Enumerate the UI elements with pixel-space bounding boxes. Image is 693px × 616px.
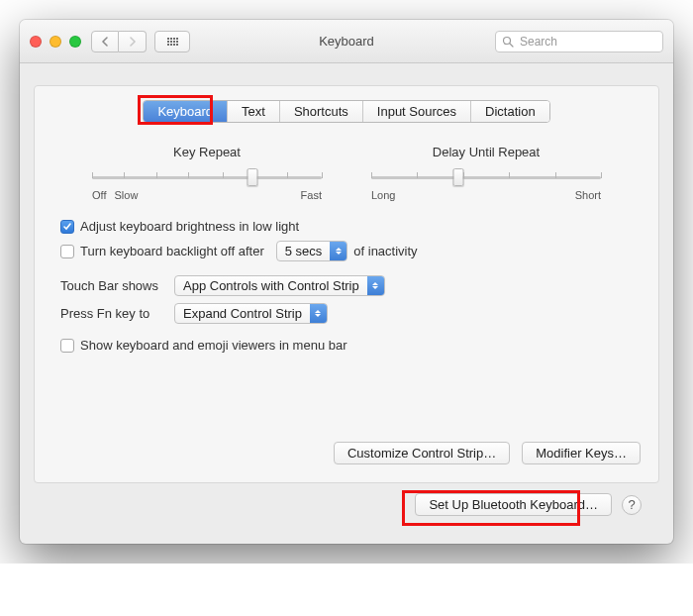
svg-line-1 xyxy=(510,44,513,47)
content-area: Keyboard Text Shortcuts Input Sources Di… xyxy=(20,63,673,544)
titlebar: Keyboard xyxy=(20,20,673,63)
back-button[interactable] xyxy=(91,31,119,52)
minimize-window-button[interactable] xyxy=(50,36,61,48)
bluetooth-keyboard-button[interactable]: Set Up Bluetooth Keyboard… xyxy=(415,493,612,516)
footer-row: Set Up Bluetooth Keyboard… ? xyxy=(34,483,659,530)
show-viewers-row: Show keyboard and emoji viewers in menu … xyxy=(60,338,633,353)
key-repeat-group: Key Repeat Off Slow Fas xyxy=(92,145,322,201)
tab-keyboard[interactable]: Keyboard xyxy=(144,101,228,122)
sliders-row: Key Repeat Off Slow Fas xyxy=(52,145,641,219)
auto-brightness-checkbox[interactable] xyxy=(60,220,74,234)
check-icon xyxy=(62,222,72,232)
touch-bar-label: Touch Bar shows xyxy=(60,278,164,293)
backlight-off-row: Turn keyboard backlight off after 5 secs… xyxy=(60,241,633,261)
search-input[interactable] xyxy=(518,34,656,50)
forward-button[interactable] xyxy=(119,31,147,52)
fn-key-label: Press Fn key to xyxy=(60,306,164,321)
backlight-off-select[interactable]: 5 secs xyxy=(276,241,348,261)
tab-bar: Keyboard Text Shortcuts Input Sources Di… xyxy=(52,100,641,123)
backlight-off-value: 5 secs xyxy=(285,244,323,258)
show-all-button[interactable] xyxy=(154,31,190,52)
touch-bar-value: App Controls with Control Strip xyxy=(183,278,359,293)
delay-long-label: Long xyxy=(371,189,395,201)
fn-key-value: Expand Control Strip xyxy=(183,306,302,321)
fn-key-row: Press Fn key to Expand Control Strip xyxy=(60,303,633,324)
auto-brightness-label: Adjust keyboard brightness in low light xyxy=(80,219,299,234)
touch-bar-row: Touch Bar shows App Controls with Contro… xyxy=(60,275,633,296)
auto-brightness-row: Adjust keyboard brightness in low light xyxy=(60,219,633,234)
touch-bar-select[interactable]: App Controls with Control Strip xyxy=(174,275,385,296)
settings-panel: Keyboard Text Shortcuts Input Sources Di… xyxy=(34,85,659,483)
modifier-keys-button[interactable]: Modifier Keys… xyxy=(522,442,641,464)
backlight-off-checkbox[interactable] xyxy=(60,245,74,258)
tab-dictation[interactable]: Dictation xyxy=(471,101,549,122)
customize-control-strip-button[interactable]: Customize Control Strip… xyxy=(334,442,510,464)
nav-buttons xyxy=(91,31,147,52)
search-icon xyxy=(502,36,514,48)
show-viewers-label: Show keyboard and emoji viewers in menu … xyxy=(80,338,347,353)
stepper-icon xyxy=(367,276,384,295)
preferences-window: Keyboard Keyboard Text Shortcuts Input S… xyxy=(20,20,673,544)
grid-icon xyxy=(167,38,178,46)
key-repeat-slow-label: Slow xyxy=(114,189,138,201)
help-button[interactable]: ? xyxy=(622,495,642,515)
delay-short-label: Short xyxy=(575,189,601,201)
backlight-off-prefix: Turn keyboard backlight off after xyxy=(80,244,264,258)
delay-group: Delay Until Repeat Long Short xyxy=(371,145,601,201)
search-field[interactable] xyxy=(495,31,663,52)
delay-slider[interactable] xyxy=(371,167,601,187)
close-window-button[interactable] xyxy=(30,36,42,48)
zoom-window-button[interactable] xyxy=(69,36,81,48)
window-controls xyxy=(30,36,81,48)
stepper-icon xyxy=(330,242,346,260)
tab-shortcuts[interactable]: Shortcuts xyxy=(280,101,363,122)
fn-key-select[interactable]: Expand Control Strip xyxy=(174,303,328,324)
delay-label: Delay Until Repeat xyxy=(371,145,601,159)
tab-input-sources[interactable]: Input Sources xyxy=(363,101,471,122)
key-repeat-off-label: Off xyxy=(92,189,106,201)
key-repeat-fast-label: Fast xyxy=(301,189,322,201)
tab-text[interactable]: Text xyxy=(228,101,280,122)
bottom-button-row: Customize Control Strip… Modifier Keys… xyxy=(52,442,641,464)
key-repeat-slider[interactable] xyxy=(92,167,322,187)
svg-point-0 xyxy=(504,37,511,44)
chevron-left-icon xyxy=(101,37,109,47)
show-viewers-checkbox[interactable] xyxy=(60,339,74,353)
chevron-right-icon xyxy=(129,37,137,47)
key-repeat-label: Key Repeat xyxy=(92,145,322,159)
backlight-off-suffix: of inactivity xyxy=(353,244,417,258)
stepper-icon xyxy=(310,304,327,323)
options-section: Adjust keyboard brightness in low light … xyxy=(52,219,641,353)
